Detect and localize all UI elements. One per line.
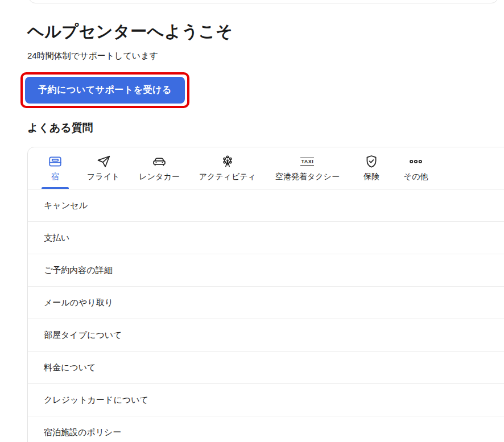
tab-label: 宿: [51, 172, 59, 182]
page-title: ヘルプセンターへようこそ: [27, 0, 504, 43]
tab-icon-slot: [152, 154, 167, 169]
tab-insurance[interactable]: 保険: [358, 147, 385, 189]
faq-row-label: ご予約内容の詳細: [44, 265, 113, 276]
faq-row-label: 部屋タイプについて: [44, 330, 122, 341]
faq-row-label: 宿泊施設のポリシー: [44, 427, 121, 438]
faq-row-credit-cards[interactable]: クレジットカードについて: [28, 384, 504, 416]
tab-bar: 宿 フライト レンタカー アクティビティ TAXI 空港発着タクシー: [28, 147, 504, 189]
tab-icon-slot: [220, 154, 235, 169]
tab-activities[interactable]: アクティビティ: [198, 147, 257, 189]
tab-flights[interactable]: フライト: [86, 147, 121, 189]
faq-list: キャンセル 支払い ご予約内容の詳細 メールのやり取り 部屋タイプについて 料金…: [28, 189, 504, 442]
main-content: ヘルプセンターへようこそ 24時間体制でサポートしています 予約についてサポート…: [0, 0, 504, 442]
tab-icon-slot: TAXI: [300, 154, 314, 169]
faq-row-email-correspondence[interactable]: メールのやり取り: [28, 287, 504, 319]
shield-check-icon: [364, 154, 379, 169]
car-icon: [152, 154, 167, 169]
bed-icon: [48, 154, 63, 169]
faq-row-pricing[interactable]: 料金について: [28, 352, 504, 384]
tab-label: 空港発着タクシー: [275, 172, 340, 182]
tab-stays[interactable]: 宿: [42, 147, 69, 189]
faq-row-room-types[interactable]: 部屋タイプについて: [28, 319, 504, 352]
faq-row-booking-details[interactable]: ご予約内容の詳細: [28, 254, 504, 287]
faq-card: 宿 フライト レンタカー アクティビティ TAXI 空港発着タクシー: [27, 147, 504, 442]
tab-label: フライト: [87, 172, 119, 182]
faq-heading: よくある質問: [27, 121, 504, 135]
tab-label: 保険: [363, 172, 379, 182]
plane-icon: [96, 154, 111, 169]
faq-row-cancellations[interactable]: キャンセル: [28, 189, 504, 222]
ferris-wheel-icon: [220, 154, 235, 169]
faq-row-label: 支払い: [44, 233, 69, 243]
faq-row-label: メールのやり取り: [44, 298, 113, 308]
annotation-highlight-box: 予約についてサポートを受ける: [20, 72, 189, 108]
tab-icon-slot: [408, 154, 423, 169]
tab-label: その他: [404, 172, 428, 182]
tab-airport-taxis[interactable]: TAXI 空港発着タクシー: [274, 147, 341, 189]
tab-label: レンタカー: [139, 172, 179, 182]
tab-icon-slot: [364, 154, 379, 169]
get-booking-support-button[interactable]: 予約についてサポートを受ける: [25, 77, 185, 104]
tab-icon-slot: [96, 154, 111, 169]
tab-other[interactable]: その他: [402, 147, 429, 189]
help-center-page: ヘルプセンターへようこそ 24時間体制でサポートしています 予約についてサポート…: [0, 0, 504, 442]
support-hours-text: 24時間体制でサポートしています: [27, 51, 504, 61]
tab-icon-slot: [48, 154, 63, 169]
taxi-icon: TAXI: [300, 158, 314, 166]
faq-row-property-policies[interactable]: 宿泊施設のポリシー: [28, 416, 504, 442]
tab-label: アクティビティ: [199, 172, 256, 182]
faq-row-payment[interactable]: 支払い: [28, 222, 504, 254]
tab-rental-cars[interactable]: レンタカー: [138, 147, 180, 189]
more-dots-icon: [408, 154, 423, 169]
top-cropped-card: [28, 0, 498, 3]
faq-row-label: キャンセル: [44, 200, 88, 211]
faq-row-label: 料金について: [44, 362, 96, 373]
faq-row-label: クレジットカードについて: [44, 395, 148, 406]
